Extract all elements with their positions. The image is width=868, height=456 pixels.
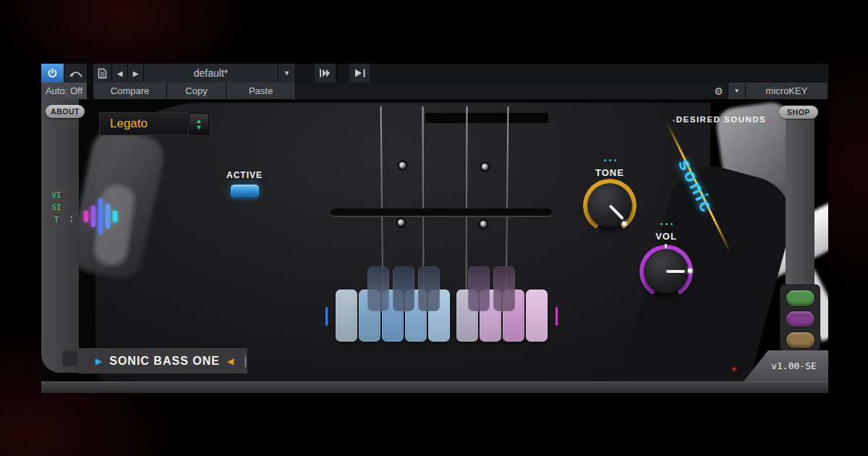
stepper-down-icon: ▼ <box>196 124 203 130</box>
white-key[interactable] <box>336 290 357 342</box>
paste-button-disabled[interactable]: Paste <box>226 83 296 99</box>
waveform-bar <box>113 211 117 222</box>
black-key[interactable] <box>493 266 515 311</box>
midi-device-label: microKEY <box>766 85 808 96</box>
screw <box>399 162 406 169</box>
plugin-gui: ABOUT SHOP Legato ▲ ▼ VISIT : ACTIVE DES… <box>41 99 828 381</box>
automation-button[interactable] <box>64 64 88 83</box>
brand-label: DESIRED SOUNDS <box>663 115 779 124</box>
compare-label: Compare <box>111 85 149 96</box>
title-prev-icon[interactable]: ◀ <box>227 356 234 366</box>
compare-button[interactable]: Compare <box>93 83 167 99</box>
title-divider: | <box>244 355 247 367</box>
device-dropdown-button[interactable]: ▼ <box>728 83 746 99</box>
footer-square-button[interactable] <box>61 350 79 367</box>
screw <box>482 164 488 170</box>
side-led-panel <box>780 284 820 351</box>
prev-preset-button[interactable]: ◀ <box>112 64 128 83</box>
mode-selector[interactable]: Legato <box>99 112 189 135</box>
plugin-title-bar: ▶ SONIC BASS ONE ◀ | <box>78 348 247 373</box>
black-key[interactable] <box>393 266 414 311</box>
version-label: v1.00-SE <box>755 360 817 371</box>
indicator-dot <box>614 159 616 161</box>
waveform-bar <box>91 206 95 227</box>
copy-label: Copy <box>185 85 207 96</box>
left-rail <box>41 99 79 373</box>
toolbar-divider <box>88 83 93 99</box>
tone-label: TONE <box>583 167 637 178</box>
gear-icon: ⚙ <box>714 85 723 97</box>
power-button[interactable] <box>41 64 64 83</box>
automation-mode-button[interactable]: Auto: Off <box>41 83 88 99</box>
indicator-dot <box>604 159 606 161</box>
visit-label: VISIT <box>51 189 61 226</box>
vol-dots <box>655 223 678 225</box>
bar-double-arrow-icon <box>319 68 332 78</box>
desired-sounds-link[interactable] <box>84 196 122 237</box>
mode-value: Legato <box>110 117 148 131</box>
active-led[interactable] <box>230 184 260 198</box>
toolbar-divider <box>88 64 93 83</box>
store-preset-button[interactable] <box>315 64 336 83</box>
file-icon <box>98 68 107 79</box>
keyboard <box>336 266 554 343</box>
title-next-icon[interactable]: ▶ <box>95 356 102 366</box>
toolbar-gap <box>336 64 349 83</box>
black-key[interactable] <box>367 266 389 311</box>
black-key[interactable] <box>468 266 490 311</box>
chevron-down-icon: ▼ <box>284 69 290 77</box>
preset-name: default* <box>194 67 228 79</box>
mode-stepper[interactable]: ▲ ▼ <box>189 113 209 135</box>
black-key[interactable] <box>418 266 440 311</box>
toolbar-filler <box>371 64 828 83</box>
indicator-dot <box>609 159 611 161</box>
knob-pointer <box>666 270 685 273</box>
next-preset-button[interactable]: ▶ <box>128 64 144 83</box>
midi-device-selector[interactable]: microKEY <box>746 83 828 99</box>
screenshot: ◀ ▶ default* ▼ Auto: Off Compare Copy Pa… <box>0 0 868 456</box>
preset-file-button[interactable] <box>93 64 112 83</box>
brand-dot <box>673 119 675 122</box>
next-arrow-icon: ▶ <box>133 69 139 77</box>
vol-label: VOL <box>639 231 693 242</box>
toolbar-filler <box>296 83 710 99</box>
automation-curve-icon <box>69 68 83 78</box>
brand-dot <box>769 120 771 122</box>
visit-separator: : <box>69 214 74 224</box>
active-label: ACTIVE <box>219 170 270 180</box>
indicator-dot <box>660 223 663 225</box>
shop-label: SHOP <box>787 108 810 117</box>
indicator-dot <box>671 223 673 225</box>
white-key[interactable] <box>526 290 548 342</box>
paste-label: Paste <box>249 85 273 96</box>
waveform-bar <box>98 198 103 235</box>
ring-top-tick <box>665 244 667 248</box>
preset-selector[interactable]: default* <box>144 64 278 83</box>
tone-dots <box>598 159 621 161</box>
side-led-button[interactable] <box>786 290 814 306</box>
plugin-title: SONIC BASS ONE <box>109 355 220 368</box>
toolbar-spacer <box>296 64 315 83</box>
indicator-dot <box>665 223 668 225</box>
chevron-down-icon: ▼ <box>734 88 740 94</box>
prev-arrow-icon: ◀ <box>117 69 123 77</box>
tone-knob[interactable] <box>583 179 637 232</box>
copy-button[interactable]: Copy <box>167 83 226 99</box>
automation-mode-label: Auto: Off <box>46 85 82 96</box>
shop-button[interactable]: SHOP <box>779 106 818 119</box>
settings-button[interactable]: ⚙ <box>710 83 728 99</box>
side-led-button[interactable] <box>786 332 814 348</box>
stepper-up-icon: ▲ <box>196 118 203 124</box>
waveform-bar <box>106 204 110 229</box>
vol-knob[interactable] <box>639 245 693 298</box>
power-icon <box>47 68 58 79</box>
side-led-button[interactable] <box>786 311 814 327</box>
preset-dropdown-button[interactable]: ▼ <box>278 64 296 83</box>
screw <box>480 221 487 227</box>
recall-preset-button[interactable] <box>349 64 371 83</box>
window-bottom-edge <box>41 381 828 393</box>
host-toolbar-row2: Auto: Off Compare Copy Paste ⚙ ▼ microKE… <box>41 83 828 99</box>
waveform-bar <box>84 211 88 222</box>
keyboard-left-tick <box>326 307 328 326</box>
about-button[interactable]: ABOUT <box>46 105 85 118</box>
